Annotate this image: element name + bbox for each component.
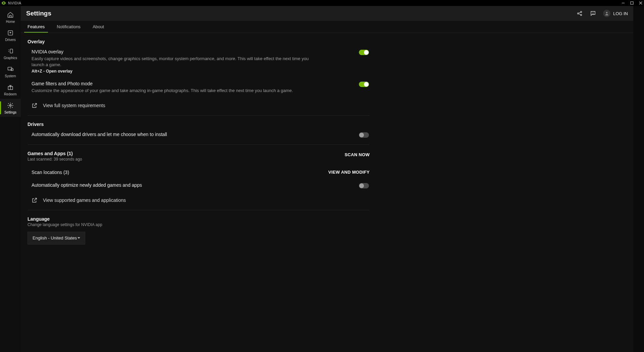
- external-link-icon: [32, 102, 38, 108]
- page-title: Settings: [26, 10, 51, 17]
- header-actions: LOG IN: [576, 10, 628, 17]
- setting-hint: Alt+Z - Open overlay: [32, 69, 317, 74]
- sidebar-label: Settings: [4, 111, 16, 114]
- sidebar: Home Drivers Graphics System Redeem Sett…: [0, 6, 21, 352]
- tab-about[interactable]: About: [93, 21, 104, 33]
- login-label: LOG IN: [613, 11, 628, 16]
- section-overlay: Overlay: [28, 39, 370, 44]
- language-desc: Change language settings for NVIDIA app: [28, 222, 370, 227]
- gift-icon: [7, 84, 14, 91]
- setting-title: NVIDIA overlay: [32, 49, 317, 54]
- svg-point-16: [593, 14, 593, 14]
- link-system-requirements[interactable]: View full system requirements: [28, 102, 370, 108]
- sidebar-item-graphics[interactable]: Graphics: [0, 44, 21, 62]
- graphics-icon: [7, 47, 14, 55]
- titlebar-left: NVIDIA: [1, 1, 21, 5]
- svg-line-14: [579, 14, 581, 15]
- svg-rect-5: [10, 49, 12, 53]
- sidebar-label: Drivers: [5, 38, 16, 42]
- content: Overlay NVIDIA overlay Easily capture vi…: [21, 33, 633, 352]
- sidebar-item-settings[interactable]: Settings: [0, 99, 21, 117]
- login-button[interactable]: LOG IN: [603, 10, 628, 17]
- feedback-icon[interactable]: [590, 10, 596, 17]
- dropdown-selected: English - United States: [33, 235, 77, 240]
- tab-label: Features: [28, 24, 45, 29]
- toggle-nvidia-overlay[interactable]: [359, 50, 369, 55]
- link-supported-games[interactable]: View supported games and applications: [28, 197, 370, 203]
- svg-point-17: [606, 12, 608, 13]
- section-language: Language: [28, 216, 370, 222]
- setting-scan-locations: Scan locations (3) VIEW AND MODIFY: [28, 170, 370, 175]
- chevron-down-icon: [77, 237, 80, 239]
- setting-title: Scan locations (3): [32, 170, 69, 175]
- sidebar-label: Redeem: [4, 92, 17, 96]
- sidebar-item-drivers[interactable]: Drivers: [0, 26, 21, 44]
- tab-label: Notifications: [57, 24, 80, 29]
- external-link-icon: [32, 197, 38, 203]
- drivers-icon: [7, 29, 14, 37]
- svg-line-13: [579, 12, 581, 13]
- minimize-button[interactable]: [621, 1, 625, 5]
- setting-title: Automatically optimize newly added games…: [32, 182, 142, 188]
- setting-title: Game filters and Photo mode: [32, 81, 293, 86]
- setting-game-filters: Game filters and Photo mode Customize th…: [28, 81, 370, 94]
- divider: [28, 210, 370, 210]
- svg-rect-1: [631, 2, 633, 4]
- setting-title: Automatically download drivers and let m…: [32, 132, 167, 137]
- tab-features[interactable]: Features: [28, 21, 45, 33]
- svg-point-9: [10, 104, 11, 106]
- titlebar-brand: NVIDIA: [8, 1, 21, 5]
- home-icon: [7, 11, 14, 18]
- share-icon[interactable]: [576, 10, 583, 17]
- maximize-button[interactable]: [630, 1, 634, 5]
- titlebar: NVIDIA: [0, 0, 644, 6]
- language-dropdown[interactable]: English - United States: [28, 232, 85, 245]
- tab-notifications[interactable]: Notifications: [57, 21, 80, 33]
- toggle-game-filters[interactable]: [359, 82, 369, 87]
- last-scanned: Last scanned: 39 seconds ago: [28, 157, 82, 162]
- sidebar-item-home[interactable]: Home: [0, 8, 21, 26]
- sidebar-label: System: [5, 74, 16, 78]
- nvidia-logo-icon: [1, 1, 6, 5]
- divider: [28, 115, 370, 116]
- sidebar-item-redeem[interactable]: Redeem: [0, 81, 21, 99]
- tab-label: About: [93, 24, 104, 29]
- section-drivers: Drivers: [28, 122, 370, 127]
- setting-desc: Customize the appearance of your game an…: [32, 88, 293, 94]
- main: Settings LOG IN Features Notifications A…: [21, 6, 633, 352]
- scan-now-button[interactable]: SCAN NOW: [344, 152, 370, 157]
- sidebar-label: Graphics: [4, 56, 17, 60]
- sidebar-item-system[interactable]: System: [0, 62, 21, 81]
- close-button[interactable]: [639, 1, 643, 5]
- svg-rect-7: [11, 69, 13, 71]
- section-games-title: Games and Apps (1): [28, 151, 82, 156]
- toggle-auto-optimize[interactable]: [359, 183, 369, 188]
- sidebar-label: Home: [6, 20, 15, 24]
- divider: [28, 144, 370, 145]
- tabs: Features Notifications About: [21, 21, 633, 33]
- setting-auto-download-drivers: Automatically download drivers and let m…: [28, 132, 370, 138]
- toggle-auto-download-drivers[interactable]: [359, 132, 369, 138]
- avatar-icon: [603, 10, 610, 17]
- setting-nvidia-overlay: NVIDIA overlay Easily capture videos and…: [28, 49, 370, 74]
- view-and-modify-button[interactable]: VIEW AND MODIFY: [328, 170, 370, 175]
- setting-auto-optimize: Automatically optimize newly added games…: [28, 182, 370, 188]
- section-games: Games and Apps (1) Last scanned: 39 seco…: [28, 151, 370, 162]
- link-label: View full system requirements: [43, 103, 105, 108]
- setting-desc: Easily capture videos and screenshots, c…: [32, 56, 317, 68]
- system-icon: [7, 65, 14, 73]
- link-label: View supported games and applications: [43, 197, 126, 203]
- header: Settings LOG IN: [21, 6, 633, 21]
- gear-icon: [7, 102, 14, 109]
- window-controls: [621, 1, 643, 5]
